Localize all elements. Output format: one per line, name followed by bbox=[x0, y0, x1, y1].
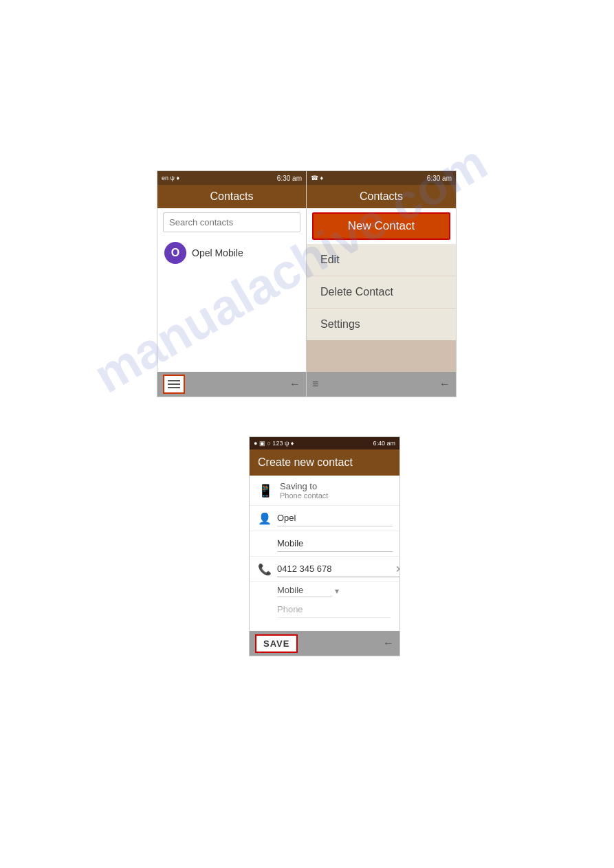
saving-to-sublabel: Phone contact bbox=[280, 491, 328, 500]
dropdown-menu: Edit Delete Contact Settings bbox=[307, 244, 456, 372]
last-name-input[interactable] bbox=[277, 535, 393, 552]
status-bar-2: ● ▣ ○ 123 ψ ♦ 6:40 am bbox=[250, 437, 399, 449]
save-button[interactable]: SAVE bbox=[255, 634, 298, 653]
menu-line bbox=[168, 387, 180, 388]
bottom-bar-left: ← bbox=[157, 372, 306, 397]
menu-line bbox=[168, 380, 180, 381]
create-contact-title: Create new contact bbox=[250, 449, 399, 476]
menu-item-delete[interactable]: Delete Contact bbox=[307, 276, 456, 309]
first-name-input[interactable] bbox=[277, 510, 393, 526]
phone-number-input[interactable] bbox=[277, 561, 393, 577]
back-button[interactable]: ← bbox=[289, 378, 300, 390]
menu-item-settings[interactable]: Settings bbox=[307, 309, 456, 340]
back-icon[interactable]: ← bbox=[439, 378, 450, 390]
menu-line bbox=[168, 383, 180, 385]
contacts-list-panel: en ψ ♦ 6:30 am Contacts O Opel Mobile ← bbox=[157, 170, 307, 397]
phone-add-row: Phone bbox=[250, 600, 399, 622]
contacts-title-left: Contacts bbox=[157, 185, 306, 208]
menu-item-edit[interactable]: Edit bbox=[307, 244, 456, 276]
status-icons-left: en ψ ♦ bbox=[162, 175, 179, 181]
person-icon: 👤 bbox=[258, 512, 270, 525]
bottom-bar-2: SAVE ← bbox=[250, 631, 399, 656]
search-bar bbox=[157, 208, 306, 236]
phone-type-label: Mobile bbox=[277, 585, 332, 597]
create-contact-form: 📱 Saving to Phone contact 👤 ▾ 👤 📞 ✕ bbox=[250, 476, 399, 631]
status-bar-right: ☎ ♦ 6:30 am bbox=[307, 171, 456, 185]
hamburger-icon: ≡ bbox=[312, 378, 318, 390]
search-input[interactable] bbox=[163, 212, 300, 232]
phone-add-label: Phone bbox=[277, 604, 391, 618]
list-item[interactable]: O Opel Mobile bbox=[157, 236, 306, 269]
clear-button[interactable]: ✕ bbox=[395, 564, 399, 575]
contact-list: O Opel Mobile bbox=[157, 236, 306, 372]
status-bar-left: en ψ ♦ 6:30 am bbox=[157, 171, 306, 185]
avatar: O bbox=[164, 242, 186, 264]
phone-icon: 📞 bbox=[258, 563, 270, 576]
dropdown-arrow-icon: ▾ bbox=[335, 586, 339, 596]
time-right: 6:30 am bbox=[427, 175, 452, 182]
contacts-title-right: Contacts bbox=[307, 185, 456, 208]
phone-screenshot-1: en ψ ♦ 6:30 am Contacts O Opel Mobile ← bbox=[157, 170, 457, 397]
first-name-row: 👤 ▾ bbox=[250, 506, 399, 531]
new-contact-button[interactable]: New Contact bbox=[312, 212, 450, 240]
saving-to-row: 📱 Saving to Phone contact bbox=[250, 476, 399, 506]
time-2: 6:40 am bbox=[373, 440, 395, 447]
contact-name: Opel Mobile bbox=[192, 247, 243, 258]
back-button-2[interactable]: ← bbox=[383, 637, 394, 649]
phone-type-row: Mobile ▾ bbox=[250, 582, 399, 600]
bottom-bar-right: ≡ ← bbox=[307, 372, 456, 397]
time-left: 6:30 am bbox=[277, 175, 302, 182]
status-icons-right: ☎ ♦ bbox=[311, 175, 323, 181]
phone-number-row: 📞 ✕ bbox=[250, 557, 399, 582]
phone-device-icon: 📱 bbox=[258, 483, 273, 498]
phone-screenshot-2: ● ▣ ○ 123 ψ ♦ 6:40 am Create new contact… bbox=[249, 436, 400, 656]
menu-button[interactable] bbox=[163, 375, 185, 394]
status-icons-2: ● ▣ ○ 123 ψ ♦ bbox=[254, 440, 294, 447]
saving-to-label: Saving to bbox=[280, 481, 328, 491]
contacts-menu-panel: ☎ ♦ 6:30 am Contacts New Contact Edit De… bbox=[307, 170, 457, 397]
last-name-row: 👤 bbox=[250, 531, 399, 557]
